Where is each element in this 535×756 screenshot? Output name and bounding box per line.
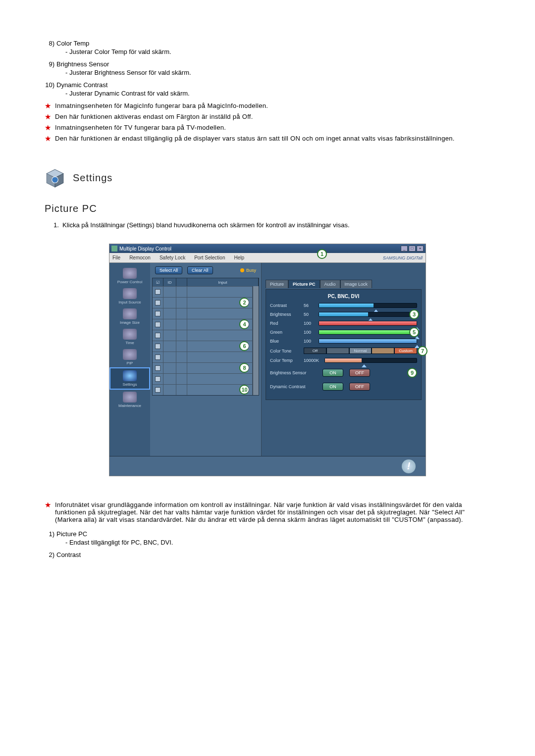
- window-titlebar: Multiple Display Control _ □ ×: [109, 244, 426, 253]
- table-row[interactable]: [153, 286, 253, 297]
- select-all-button[interactable]: Select All: [155, 266, 182, 274]
- info-icon: !: [402, 459, 416, 473]
- color-temp-label: Color Temp: [270, 358, 304, 363]
- item-desc: - Justerar Color Temp för vald skärm.: [65, 48, 490, 55]
- callout-10: 10: [239, 385, 249, 395]
- red-label: Red: [270, 321, 304, 326]
- row-checkbox[interactable]: [155, 333, 160, 338]
- sidebar-item-pip[interactable]: PIP: [109, 347, 150, 367]
- tab-bar: Picture Picture PC Audio Image Lock: [266, 280, 422, 288]
- close-button[interactable]: ×: [417, 246, 424, 252]
- item-num: 10): [45, 81, 56, 89]
- blue-slider[interactable]: [319, 339, 417, 344]
- brightness-sensor-on[interactable]: ON: [322, 369, 343, 377]
- sidebar-item-image-size[interactable]: Image Size: [109, 306, 150, 327]
- row-checkbox[interactable]: [155, 344, 160, 349]
- callout-4: 4: [239, 319, 249, 329]
- table-row[interactable]: [153, 373, 253, 384]
- col-checkbox: ☑: [153, 278, 163, 286]
- color-tone-label: Color Tone: [270, 349, 304, 353]
- dynamic-contrast-off[interactable]: OFF: [349, 383, 370, 391]
- col-status: [176, 278, 187, 286]
- row-checkbox[interactable]: [155, 365, 160, 371]
- table-row[interactable]: [153, 308, 253, 319]
- menu-remocon[interactable]: Remocon: [129, 255, 151, 260]
- sidebar-item-power-control[interactable]: Power Control: [109, 266, 150, 286]
- color-temp-slider[interactable]: [324, 358, 417, 363]
- clear-all-button[interactable]: Clear All: [187, 266, 213, 274]
- dynamic-contrast-on[interactable]: ON: [322, 383, 343, 391]
- star-icon: ★: [45, 124, 51, 132]
- table-row[interactable]: 8: [153, 362, 253, 373]
- menu-bar: File Remocon Safety Lock Port Selection …: [109, 253, 426, 263]
- note-text: Inmatningsenheten för MagicInfo fungerar…: [55, 102, 490, 109]
- sidebar-item-settings[interactable]: Settings: [109, 367, 150, 390]
- callout-2: 2: [239, 298, 249, 307]
- callout-9: 9: [407, 368, 417, 378]
- busy-indicator: Busy: [240, 268, 256, 273]
- brightness-label: Brightness: [270, 312, 304, 317]
- green-slider[interactable]: [319, 330, 417, 335]
- callout-6: 6: [239, 341, 249, 351]
- tab-picture[interactable]: Picture: [266, 280, 288, 288]
- tone-custom[interactable]: Custom: [394, 348, 417, 354]
- app-screenshot: Multiple Display Control _ □ × File Remo…: [109, 244, 426, 476]
- tab-picture-pc[interactable]: Picture PC: [288, 280, 320, 288]
- color-tone-scale[interactable]: Off Normal Custom: [304, 348, 417, 354]
- sidebar-item-input-source[interactable]: Input Source: [109, 286, 150, 306]
- note-list: ★Inmatningsenheten för MagicInfo fungera…: [45, 102, 490, 143]
- menu-file[interactable]: File: [112, 255, 120, 260]
- display-grid: ☑ ID Input 2 4 6 8: [152, 278, 259, 396]
- row-checkbox[interactable]: [155, 289, 160, 295]
- red-value: 100: [304, 321, 319, 326]
- info-note: ★ Inforutnätet visar grundläggande infor…: [45, 501, 490, 523]
- menu-safety-lock[interactable]: Safety Lock: [160, 255, 185, 260]
- green-value: 100: [304, 330, 319, 335]
- settings-title: Settings: [73, 172, 112, 184]
- contrast-slider[interactable]: [319, 303, 417, 308]
- sidebar: Power Control Input Source Image Size Ti…: [109, 263, 150, 456]
- brightness-sensor-off[interactable]: OFF: [349, 369, 370, 377]
- item-desc: - Endast tillgängligt för PC, BNC, DVI.: [65, 539, 490, 546]
- row-checkbox[interactable]: [155, 300, 160, 305]
- green-label: Green: [270, 330, 304, 335]
- item-desc: - Justerar Dynamic Contrast för vald skä…: [65, 90, 490, 97]
- tab-image-lock[interactable]: Image Lock: [340, 280, 373, 288]
- item-label: Color Temp: [56, 40, 490, 47]
- minimize-button[interactable]: _: [401, 246, 408, 252]
- table-row[interactable]: [153, 330, 253, 341]
- row-checkbox[interactable]: [155, 322, 160, 327]
- menu-help[interactable]: Help: [234, 255, 244, 260]
- sidebar-item-time[interactable]: Time: [109, 327, 150, 347]
- brightness-slider[interactable]: [319, 312, 417, 317]
- row-checkbox[interactable]: [155, 354, 160, 360]
- table-row[interactable]: 6: [153, 341, 253, 352]
- settings-heading: Settings: [45, 167, 490, 188]
- grid-scrollbar[interactable]: [253, 286, 259, 395]
- row-checkbox[interactable]: [155, 387, 160, 393]
- table-row[interactable]: 4: [153, 319, 253, 330]
- tone-off[interactable]: Off: [304, 348, 326, 354]
- row-checkbox[interactable]: [155, 376, 160, 382]
- intro-step: 1. Klicka på Inställningar (Settings) bl…: [54, 221, 490, 229]
- brightness-sensor-label: Brightness Sensor: [270, 370, 320, 375]
- sidebar-item-maintenance[interactable]: Maintenance: [109, 390, 150, 410]
- note-text: Inmatningsenheten för TV fungerar bara p…: [55, 124, 490, 131]
- brightness-value: 50: [304, 312, 319, 317]
- settings-pane: 1 Picture Picture PC Audio Image Lock PC…: [262, 263, 426, 456]
- callout-8: 8: [239, 363, 249, 373]
- table-row[interactable]: 10: [153, 384, 253, 395]
- tab-audio[interactable]: Audio: [320, 280, 340, 288]
- item-label: Dynamic Contrast: [56, 81, 490, 89]
- star-icon: ★: [45, 113, 51, 121]
- menu-port-selection[interactable]: Port Selection: [194, 255, 225, 260]
- table-row[interactable]: [153, 352, 253, 362]
- maximize-button[interactable]: □: [409, 246, 416, 252]
- app-icon: [111, 246, 117, 252]
- row-checkbox[interactable]: [155, 311, 160, 316]
- red-slider[interactable]: [319, 321, 417, 326]
- table-row[interactable]: 2: [153, 297, 253, 308]
- note-text: Den här funktionen aktiveras endast om F…: [55, 113, 490, 120]
- item-desc: - Justerar Brightness Sensor för vald sk…: [65, 69, 490, 76]
- tone-normal[interactable]: Normal: [349, 348, 372, 354]
